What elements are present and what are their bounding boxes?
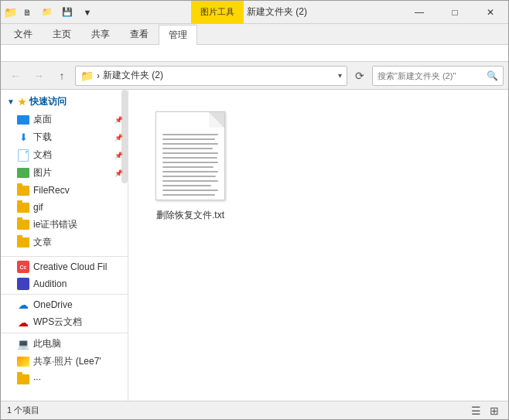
refresh-button[interactable]: ⟳ — [350, 66, 369, 86]
tab-file[interactable]: 文件 — [4, 24, 43, 44]
title-center: 图片工具 新建文件夹 (2) — [97, 1, 401, 24]
folder-icon — [16, 201, 30, 213]
ribbon: 文件 主页 共享 查看 管理 — [1, 24, 508, 62]
sidebar-item-more[interactable]: ··· — [1, 370, 128, 388]
forward-button[interactable]: → — [29, 66, 49, 86]
sidebar-item-onedrive[interactable]: ☁ OneDrive — [1, 296, 128, 313]
back-button[interactable]: ← — [5, 66, 26, 86]
divider-1 — [1, 256, 128, 257]
title-bar-left: 📁 🗎 📁 💾 ▼ — [1, 3, 97, 22]
tab-share[interactable]: 共享 — [81, 24, 120, 44]
minimize-button[interactable]: — — [401, 1, 437, 24]
content-area: 删除恢复文件.txt — [128, 90, 508, 401]
search-icon[interactable]: 🔍 — [487, 70, 498, 81]
path-text: › — [97, 70, 100, 81]
divider-3 — [1, 333, 128, 333]
status-right: ☰ ⊞ — [468, 403, 502, 418]
close-button[interactable]: ✕ — [473, 1, 508, 24]
sidebar-item-audition[interactable]: Audition — [1, 275, 128, 292]
list-view-button[interactable]: ☰ — [468, 403, 483, 418]
search-input[interactable] — [377, 71, 487, 80]
qat-new-button[interactable]: 🗎 — [18, 3, 36, 22]
quick-access-section: ▼ ★ 快速访问 桌面 📌 ⬇ 下载 📌 — [1, 90, 128, 254]
address-bar: ← → ↑ 📁 › 新建文件夹 (2) ▾ ⟳ 🔍 — [1, 62, 508, 90]
qat-save-button[interactable]: 💾 — [58, 3, 77, 22]
maximize-button[interactable]: □ — [437, 1, 473, 24]
creative-cloud-icon: Cc — [16, 261, 30, 273]
download-icon: ⬇ — [16, 131, 30, 144]
folder-icon — [16, 184, 30, 196]
file-icon-container — [148, 105, 233, 206]
sidebar-item-gif[interactable]: gif — [1, 199, 128, 216]
explorer-window: 📁 🗎 📁 💾 ▼ 图片工具 新建文件夹 (2) — □ ✕ 文件 — [0, 0, 509, 420]
sidebar-item-desktop[interactable]: 桌面 📌 — [1, 111, 128, 128]
folder-icon — [16, 237, 30, 249]
file-name: 删除恢复文件.txt — [156, 209, 224, 222]
pictures-icon — [16, 167, 30, 179]
sidebar-item-filerecv[interactable]: FileRecv — [1, 182, 128, 199]
shared-photos-icon — [16, 356, 30, 368]
quick-access-header[interactable]: ▼ ★ 快速访问 — [1, 93, 128, 111]
folder-icon: 📁 — [4, 6, 16, 19]
sidebar-item-wps-cloud[interactable]: ☁ WPS云文档 — [1, 313, 128, 331]
documents-icon — [16, 149, 30, 162]
sidebar-item-shared-photos[interactable]: 共享·照片 (Lee7' — [1, 353, 128, 370]
tab-manage[interactable]: 管理 — [159, 25, 197, 45]
status-bar: 1 个项目 ☰ ⊞ — [1, 401, 508, 419]
window-title: 新建文件夹 (2) — [247, 5, 307, 19]
sidebar-item-ie-error[interactable]: ie证书错误 — [1, 216, 128, 234]
content-scroll[interactable]: 删除恢复文件.txt — [128, 90, 508, 401]
folder-icon-more — [16, 373, 30, 385]
txt-file-lines — [162, 134, 218, 199]
txt-file-icon — [155, 111, 225, 200]
path-dropdown-icon: ▾ — [338, 71, 342, 80]
file-item-txt[interactable]: 删除恢复文件.txt — [144, 105, 237, 222]
path-folder-icon: 📁 — [80, 70, 94, 82]
window-controls: — □ ✕ — [401, 1, 508, 24]
title-bar: 📁 🗎 📁 💾 ▼ 图片工具 新建文件夹 (2) — □ ✕ — [1, 1, 508, 24]
wps-cloud-icon: ☁ — [16, 316, 30, 329]
up-button[interactable]: ↑ — [52, 66, 72, 86]
picture-tools-label: 图片工具 — [200, 6, 234, 18]
status-count: 1 个项目 — [7, 405, 39, 416]
qat-open-button[interactable]: 📁 — [38, 3, 56, 22]
quick-access-toolbar: 🗎 📁 💾 ▼ — [18, 3, 97, 22]
onedrive-icon: ☁ — [16, 299, 30, 311]
folder-icon — [16, 219, 30, 231]
address-path[interactable]: 📁 › 新建文件夹 (2) ▾ — [75, 66, 347, 86]
divider-2 — [1, 294, 128, 295]
qat-dropdown-button[interactable]: ▼ — [78, 3, 97, 22]
sidebar: ▼ ★ 快速访问 桌面 📌 ⬇ 下载 📌 — [1, 90, 128, 401]
main-area: ▼ ★ 快速访问 桌面 📌 ⬇ 下载 📌 — [1, 90, 508, 401]
desktop-icon — [16, 114, 30, 126]
sidebar-item-documents[interactable]: 文档 📌 — [1, 146, 128, 164]
grid-view-button[interactable]: ⊞ — [487, 403, 502, 418]
sidebar-item-downloads[interactable]: ⬇ 下载 📌 — [1, 128, 128, 146]
path-folder-name: 新建文件夹 (2) — [103, 69, 163, 82]
search-box[interactable]: 🔍 — [372, 66, 504, 86]
picture-tools-tab[interactable]: 图片工具 — [191, 1, 244, 24]
tab-home[interactable]: 主页 — [43, 24, 81, 44]
audition-icon — [16, 278, 30, 290]
ribbon-content — [1, 44, 508, 61]
tab-view[interactable]: 查看 — [120, 24, 159, 44]
sidebar-item-this-pc[interactable]: 💻 此电脑 — [1, 335, 128, 353]
sidebar-item-creative-cloud[interactable]: Cc Creative Cloud Fil — [1, 258, 128, 275]
ribbon-tabs: 文件 主页 共享 查看 管理 — [1, 24, 508, 44]
sidebar-item-article[interactable]: 文章 — [1, 234, 128, 251]
sidebar-item-pictures[interactable]: 图片 📌 — [1, 164, 128, 182]
pc-icon: 💻 — [16, 338, 30, 350]
